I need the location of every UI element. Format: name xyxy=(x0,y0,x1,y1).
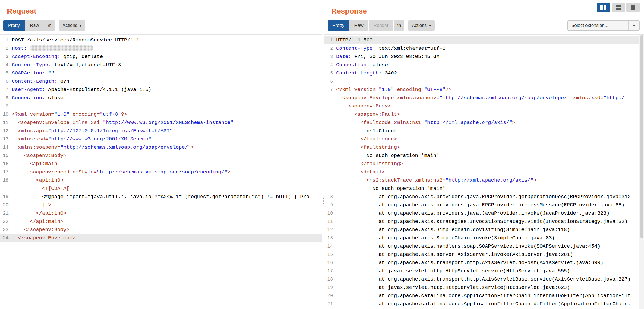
code-line[interactable]: 11 <soapenv:Envelope xmlns:xsi="http://w… xyxy=(0,119,322,127)
code-line[interactable]: <soapenv:Fault> xyxy=(324,110,644,119)
code-line[interactable]: </faultcode> xyxy=(324,135,644,143)
code-line[interactable]: 17 soapenv:encodingStyle="http://schemas… xyxy=(0,168,322,176)
code-line[interactable]: 1HTTP/1.1 500 xyxy=(324,36,644,44)
response-scrollbar[interactable] xyxy=(639,35,644,309)
request-actions-button[interactable]: Actions ▾ xyxy=(59,20,85,31)
code-segment: text/xml;charset=UTF-8 xyxy=(51,62,121,68)
code-line[interactable]: <faultcode xmlns:ns1="http://xml.apache.… xyxy=(324,119,644,127)
response-scrollbar-thumb[interactable] xyxy=(640,35,643,238)
code-segment: No such operation 'main' xyxy=(336,153,439,158)
response-actions-label: Actions xyxy=(412,23,427,28)
request-editor[interactable]: 1POST /axis/services/RandomService HTTP/… xyxy=(0,34,322,309)
code-segment: at org.apache.axis.SimpleChain.invoke(Si… xyxy=(336,235,555,241)
code-line[interactable]: 6Content-Length: 874 xyxy=(0,77,322,86)
code-line[interactable]: 2Host: xyxy=(0,44,322,53)
code-line[interactable]: 9 xyxy=(0,102,322,110)
code-line[interactable]: 3Date: Fri, 30 Jun 2023 08:05:45 GMT xyxy=(324,53,644,61)
code-line[interactable]: 7User-Agent: Apache-HttpClient/4.1.1 (ja… xyxy=(0,86,322,94)
code-line[interactable]: <soapenv:Envelope xmlns:soapenv="http://… xyxy=(324,94,644,102)
code-segment: <faultstring> xyxy=(336,144,400,150)
code-line[interactable]: 24 </soapenv:Envelope> xyxy=(0,234,322,242)
code-line[interactable]: 19 at javax.servlet.http.HttpServlet.ser… xyxy=(324,283,644,292)
code-line[interactable]: 10 at org.apache.axis.providers.java.Jav… xyxy=(324,209,644,218)
code-line[interactable]: 8Connection: close xyxy=(0,94,322,102)
code-line[interactable]: 1POST /axis/services/RandomService HTTP/… xyxy=(0,36,322,44)
code-line[interactable]: 20 ]]> xyxy=(0,201,322,209)
code-text: POST /axis/services/RandomService HTTP/1… xyxy=(12,36,322,44)
code-line[interactable]: <![CDATA[ xyxy=(0,185,322,193)
code-segment: Content-Type: xyxy=(12,62,51,68)
request-tab-newline[interactable]: \n xyxy=(44,20,55,31)
request-tab-pretty[interactable]: Pretty xyxy=(3,20,25,31)
code-text: at org.apache.axis.SimpleChain.doVisitin… xyxy=(336,226,644,234)
code-line[interactable]: 22 </api:main> xyxy=(0,218,322,226)
response-tab-raw[interactable]: Raw xyxy=(349,20,368,31)
code-line[interactable]: 12 xmlns:api="http://127.0.0.1/Integrics… xyxy=(0,127,322,135)
code-line[interactable]: 12 at org.apache.axis.SimpleChain.doVisi… xyxy=(324,226,644,234)
code-line[interactable]: 2Content-Type: text/xml;charset=utf-8 xyxy=(324,44,644,53)
code-line[interactable]: 14 xmlns:soapenv="http://schemas.xmlsoap… xyxy=(0,143,322,152)
code-line[interactable]: 8 at org.apache.axis.providers.java.RPCP… xyxy=(324,193,644,201)
code-line[interactable]: 14 at org.apache.axis.handlers.soap.SOAP… xyxy=(324,242,644,250)
layout-stacked-button[interactable] xyxy=(612,3,625,12)
code-line[interactable]: No such operation 'main' xyxy=(324,152,644,160)
code-line[interactable]: 10<?xml version="1.0" encoding="utf-8"?> xyxy=(0,110,322,119)
code-line[interactable]: </faultstring> xyxy=(324,160,644,168)
code-segment: "http://schemas.xmlsoap.org/soap/encodin… xyxy=(97,169,227,175)
code-segment: "http://xml.apache.org/axis/" xyxy=(445,177,533,183)
code-line[interactable]: 21 at org.apache.catalina.core.Applicati… xyxy=(324,300,644,308)
code-line[interactable]: <faultstring> xyxy=(324,143,644,152)
code-line[interactable]: <soapenv:Body> xyxy=(324,102,644,110)
code-line[interactable]: 5Content-Length: 3402 xyxy=(324,69,644,77)
code-line[interactable]: 4Connection: close xyxy=(324,61,644,69)
code-line[interactable]: 13 at org.apache.axis.SimpleChain.invoke… xyxy=(324,234,644,242)
layout-side-by-side-button[interactable] xyxy=(597,3,610,12)
code-line[interactable]: 16 <api:main xyxy=(0,160,322,168)
panel-splitter[interactable] xyxy=(322,0,324,309)
code-segment: Accept-Encoding: xyxy=(12,54,60,60)
code-line[interactable]: 16 at org.apache.axis.transport.http.Axi… xyxy=(324,259,644,267)
code-line[interactable]: 21 </api:in0> xyxy=(0,209,322,218)
code-segment: <faultcode xmlns:ns1= xyxy=(336,120,424,126)
code-segment: at org.apache.catalina.core.ApplicationF… xyxy=(336,293,631,299)
code-text: at org.apache.axis.transport.http.AxisSe… xyxy=(336,275,644,283)
code-text: <faultstring> xyxy=(336,143,644,152)
code-line[interactable]: 20 at org.apache.catalina.core.Applicati… xyxy=(324,292,644,300)
response-editor[interactable]: 1HTTP/1.1 5002Content-Type: text/xml;cha… xyxy=(324,34,644,309)
code-line[interactable]: 18 at org.apache.axis.transport.http.Axi… xyxy=(324,275,644,283)
code-text: Content-Length: 3402 xyxy=(336,69,644,77)
code-segment: "http://www.w3.org/2001/XMLSchema-instan… xyxy=(103,120,233,126)
code-text: at org.apache.axis.server.AxisServer.inv… xyxy=(336,250,644,259)
code-line[interactable]: 6 xyxy=(324,77,644,86)
line-number: 14 xyxy=(0,143,12,152)
code-line[interactable]: <ns2:stackTrace xmlns:ns2="http://xml.ap… xyxy=(324,176,644,185)
code-line[interactable]: 9 at org.apache.axis.providers.java.RPCP… xyxy=(324,201,644,209)
response-actions-button[interactable]: Actions ▾ xyxy=(408,20,435,31)
code-line[interactable]: 15 <soapenv:Body> xyxy=(0,152,322,160)
code-text: at org.apache.axis.providers.java.RPCPro… xyxy=(336,201,644,209)
code-line[interactable]: No such operation 'main' xyxy=(324,185,644,193)
select-extension-dropdown[interactable]: Select extension... ▾ xyxy=(567,20,640,31)
code-line[interactable]: <detail> xyxy=(324,168,644,176)
response-tab-newline[interactable]: \n xyxy=(394,20,404,31)
line-number: 20 xyxy=(324,292,336,300)
code-line[interactable]: 4Content-Type: text/xml;charset=UTF-8 xyxy=(0,61,322,69)
code-line[interactable]: 7<?xml version="1.0" encoding="UTF-8"?> xyxy=(324,86,644,94)
http-message-viewer: Request Pretty Raw \n Actions ▾ 1POST /a… xyxy=(0,0,644,309)
code-line[interactable]: 18 <api:in0> xyxy=(0,176,322,185)
code-line[interactable]: 19 <%@page import="java.util.*, java.io.… xyxy=(0,193,322,201)
code-line[interactable]: 23 </soapenv:Body> xyxy=(0,226,322,234)
code-line[interactable]: 13 xmlns:xsd="http://www.w3.org/2001/XML… xyxy=(0,135,322,143)
response-tab-render[interactable]: Render xyxy=(369,20,393,31)
code-line[interactable]: 11 at org.apache.axis.strategies.Invocat… xyxy=(324,218,644,226)
request-tab-raw[interactable]: Raw xyxy=(25,20,44,31)
code-line[interactable]: 17 at javax.servlet.http.HttpServlet.ser… xyxy=(324,267,644,275)
layout-single-button[interactable] xyxy=(626,3,640,12)
code-line[interactable]: 15 at org.apache.axis.server.AxisServer.… xyxy=(324,250,644,259)
code-line[interactable]: ns1:Client xyxy=(324,127,644,135)
code-line[interactable]: 5SOAPAction: "" xyxy=(0,69,322,77)
code-line[interactable]: 3Accept-Encoding: gzip, deflate xyxy=(0,53,322,61)
chevron-down-icon: ▾ xyxy=(628,21,639,30)
response-tab-pretty[interactable]: Pretty xyxy=(328,20,349,31)
code-segment: SOAPAction: xyxy=(12,70,45,76)
